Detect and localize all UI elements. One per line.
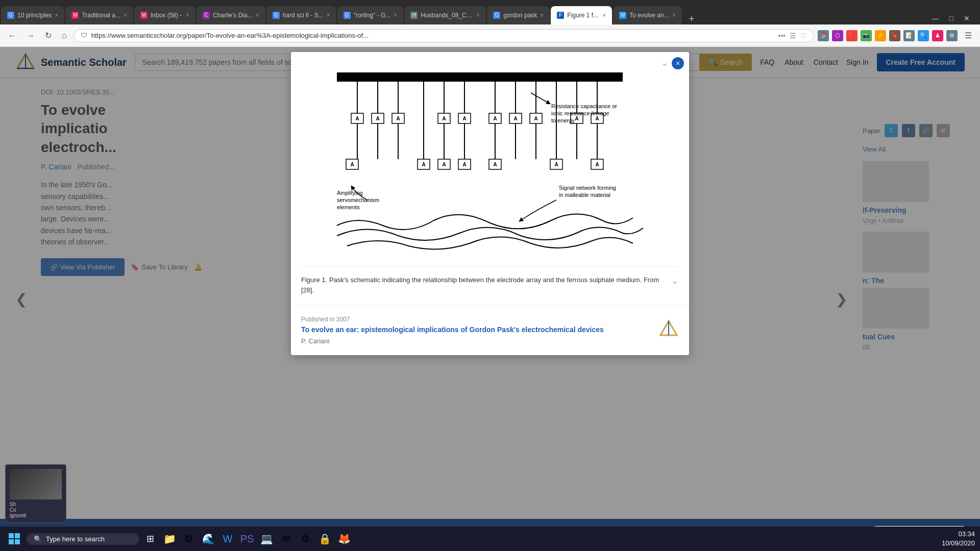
- tab-bar: G 10 principles × M Traditional a... × M…: [0, 0, 980, 24]
- tab-close-9[interactable]: ×: [602, 12, 606, 19]
- svg-text:in malleable material: in malleable material: [559, 192, 610, 198]
- mail-icon[interactable]: ✉: [278, 531, 294, 547]
- tab-label-8: gordon pask: [503, 12, 537, 19]
- edge-icon[interactable]: 🌊: [200, 531, 216, 547]
- task-view-button[interactable]: ⊞: [142, 531, 158, 547]
- tab-favicon-1: G: [7, 12, 14, 19]
- tab-favicon-4: C: [203, 12, 210, 19]
- svg-rect-4: [337, 72, 623, 82]
- tab-label-10: To evolve an...: [629, 12, 669, 19]
- powershell-icon[interactable]: PS: [239, 531, 255, 547]
- maximize-button[interactable]: □: [944, 12, 959, 24]
- tab-gordonpask[interactable]: G gordon pask ×: [487, 6, 550, 24]
- svg-text:A: A: [350, 162, 354, 167]
- ext-icon-10[interactable]: ⚙: [946, 30, 958, 41]
- tab-label-7: Husbands_08_Ch...: [421, 12, 473, 19]
- taskbar: 🔍 Type here to search ⊞ 📁 ⚙ 🌊 W PS 💻 ✉ ⚙…: [0, 527, 980, 551]
- modal-close-button[interactable]: ×: [672, 57, 684, 69]
- svg-text:A: A: [595, 162, 599, 167]
- minimize-button[interactable]: —: [927, 12, 944, 24]
- address-actions: ••• ☰ ♡: [778, 32, 807, 40]
- reload-button[interactable]: ↻: [42, 29, 55, 42]
- tab-favicon-9: F: [557, 12, 564, 19]
- navigation-bar: ← → ↻ ⌂ 🛡 https://www.semanticscholar.or…: [0, 24, 980, 47]
- modal-caption-area: Figure 1. Pask's schematic indicating th…: [291, 267, 689, 305]
- svg-text:A: A: [554, 162, 558, 167]
- tab-toevolve[interactable]: W To evolve an... ×: [613, 6, 681, 24]
- bookmark-options-icon[interactable]: •••: [778, 32, 786, 40]
- ext-icon-7[interactable]: 📝: [903, 30, 915, 41]
- tab-close-4[interactable]: ×: [256, 12, 259, 19]
- modal-overlay: × ⌄: [0, 47, 980, 551]
- bookmark-icon[interactable]: ♡: [800, 32, 807, 40]
- security-taskbar-icon[interactable]: 🔒: [316, 531, 333, 547]
- ext-icon-4[interactable]: 📷: [861, 30, 872, 41]
- clock-time: 03:34: [942, 530, 975, 539]
- firefox-icon[interactable]: 🦊: [336, 531, 352, 547]
- figure-diagram: A A A A A A: [316, 62, 664, 256]
- menu-button[interactable]: ☰: [962, 29, 975, 42]
- tab-inbox[interactable]: M Inbox (58) - ×: [134, 6, 195, 24]
- tab-label-5: hard sci fi - S...: [283, 12, 324, 19]
- figure-modal: × ⌄: [291, 52, 689, 355]
- tab-close-1[interactable]: ×: [55, 12, 58, 19]
- tab-close-10[interactable]: ×: [672, 12, 676, 19]
- tab-hardscifi[interactable]: G hard sci fi - S... ×: [266, 6, 336, 24]
- svg-rect-74: [9, 533, 14, 538]
- taskbar-search-icon: 🔍: [34, 535, 42, 543]
- tab-rorting[interactable]: G "rorting" - G... ×: [337, 6, 404, 24]
- modal-paper-author: P. Cariani: [301, 337, 651, 345]
- tab-favicon-8: G: [493, 12, 500, 19]
- svg-text:A: A: [462, 162, 466, 167]
- svg-text:A: A: [376, 116, 379, 121]
- modal-pub-year: Published in 2007: [301, 316, 651, 323]
- tab-close-6[interactable]: ×: [394, 12, 397, 19]
- modal-paper-title[interactable]: To evolve an ear: epistemological implic…: [301, 325, 651, 335]
- svg-text:A: A: [442, 162, 446, 167]
- caption-collapse-button[interactable]: ⌄: [671, 275, 679, 286]
- ext-icon-5[interactable]: ⚡: [875, 30, 886, 41]
- ext-icon-3[interactable]: 🔴: [846, 30, 857, 41]
- tab-close-2[interactable]: ×: [124, 12, 127, 19]
- tab-label-3: Inbox (58) -: [151, 12, 183, 19]
- tab-close-7[interactable]: ×: [476, 12, 480, 19]
- back-button[interactable]: ←: [5, 29, 19, 42]
- terminal-icon[interactable]: 💻: [258, 531, 275, 547]
- ext-icon-2[interactable]: ⬡: [832, 30, 843, 41]
- tab-figure1[interactable]: F Figure 1 f... ×: [551, 6, 612, 24]
- svg-text:A: A: [396, 116, 400, 121]
- thumbnail-preview: Sh Co ignomit: [5, 464, 66, 523]
- new-tab-button[interactable]: +: [684, 14, 700, 24]
- tab-husbands[interactable]: H Husbands_08_Ch... ×: [404, 6, 486, 24]
- svg-text:ionic resistance linkage: ionic resistance linkage: [551, 110, 609, 116]
- tab-close-8[interactable]: ×: [540, 12, 544, 19]
- ext-icon-1[interactable]: 📚: [818, 30, 829, 41]
- tab-10principles[interactable]: G 10 principles ×: [1, 6, 64, 24]
- settings-icon[interactable]: ⚙: [181, 531, 197, 547]
- semantic-scholar-page: Semantic Scholar 🔍 Search FAQ About Cont…: [0, 47, 980, 551]
- ext-icon-9[interactable]: ♟: [932, 30, 943, 41]
- tab-close-5[interactable]: ×: [327, 12, 330, 19]
- gear-icon[interactable]: ⚙: [297, 531, 313, 547]
- forward-button[interactable]: →: [23, 29, 38, 42]
- file-explorer-icon[interactable]: 📁: [161, 531, 178, 547]
- reader-mode-icon[interactable]: ☰: [790, 32, 796, 40]
- taskbar-clock: 03:34 10/09/2020: [942, 530, 975, 548]
- tab-traditional[interactable]: M Traditional a... ×: [65, 6, 133, 24]
- close-window-button[interactable]: ✕: [959, 12, 975, 24]
- home-button[interactable]: ⌂: [59, 29, 70, 42]
- taskbar-search-bar[interactable]: 🔍 Type here to search: [27, 533, 139, 545]
- svg-text:A: A: [355, 116, 359, 121]
- ext-icon-6[interactable]: 🔖: [889, 30, 900, 41]
- svg-rect-77: [15, 539, 20, 544]
- word-icon[interactable]: W: [219, 531, 236, 547]
- start-button[interactable]: [5, 530, 23, 548]
- modal-ss-logo: [658, 319, 679, 341]
- tab-charlies[interactable]: C Charlie's Dia... ×: [197, 6, 265, 24]
- modal-paper-section: Published in 2007 To evolve an ear: epis…: [291, 305, 689, 355]
- tab-close-3[interactable]: ×: [186, 12, 189, 19]
- svg-text:servomechanism: servomechanism: [337, 197, 379, 203]
- ext-icon-8[interactable]: 🔍: [918, 30, 929, 41]
- address-bar[interactable]: 🛡 https://www.semanticscholar.org/paper/…: [74, 29, 814, 42]
- tab-favicon-2: M: [71, 12, 79, 19]
